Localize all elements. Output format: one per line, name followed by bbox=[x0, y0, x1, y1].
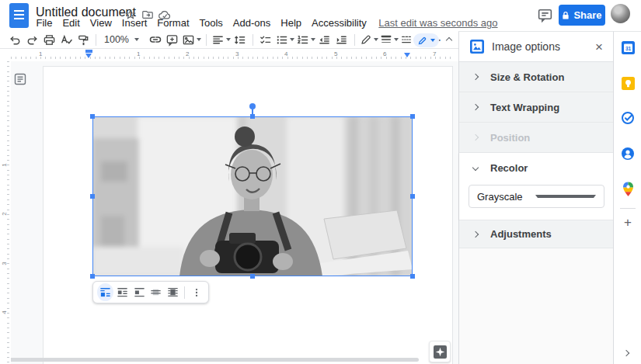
break-text-icon[interactable] bbox=[131, 283, 148, 301]
left-indent-marker[interactable] bbox=[85, 50, 92, 58]
insert-image-icon[interactable] bbox=[182, 32, 201, 47]
editing-mode-button[interactable] bbox=[413, 33, 439, 47]
divider bbox=[96, 34, 96, 46]
more-vert-icon[interactable] bbox=[188, 283, 204, 301]
resize-handle-w[interactable] bbox=[90, 194, 95, 199]
outline-icon[interactable] bbox=[12, 71, 28, 87]
resize-handle-s[interactable] bbox=[250, 274, 255, 279]
ruler-number: 5 bbox=[334, 50, 337, 57]
section-adjustments[interactable]: Adjustments bbox=[459, 220, 613, 248]
menu-view[interactable]: View bbox=[85, 17, 117, 29]
section-recolor-expanded: Recolor Grayscale bbox=[459, 153, 613, 220]
insert-link-icon[interactable] bbox=[148, 32, 163, 47]
calendar-icon[interactable]: 31 bbox=[621, 40, 635, 55]
align-icon[interactable] bbox=[211, 32, 231, 47]
contacts-icon[interactable] bbox=[621, 146, 635, 161]
recolor-dropdown[interactable]: Grayscale bbox=[469, 185, 604, 208]
keep-icon[interactable] bbox=[621, 75, 635, 91]
divider bbox=[184, 286, 185, 299]
add-comment-icon[interactable] bbox=[165, 32, 180, 47]
add-addon-icon[interactable]: + bbox=[620, 215, 636, 231]
chevron-right-icon bbox=[472, 74, 479, 80]
ruler-number: 1 bbox=[137, 50, 140, 57]
inline-icon[interactable] bbox=[97, 283, 113, 301]
chevron-down-icon bbox=[311, 38, 315, 41]
ruler-number: 3 bbox=[1, 262, 8, 265]
resize-handle-sw[interactable] bbox=[90, 274, 95, 279]
section-position: Position bbox=[459, 123, 613, 153]
border-weight-icon[interactable] bbox=[380, 32, 399, 47]
menu-insert[interactable]: Insert bbox=[117, 17, 152, 29]
line-spacing-icon[interactable] bbox=[232, 32, 248, 47]
panel-header: Image options × bbox=[459, 32, 613, 62]
resize-handle-n[interactable] bbox=[250, 114, 255, 119]
chevron-down-icon bbox=[394, 38, 399, 41]
decrease-indent-icon[interactable] bbox=[317, 32, 333, 47]
bulleted-list-icon[interactable] bbox=[275, 32, 294, 47]
zoom-select[interactable]: 100% bbox=[101, 32, 142, 47]
chevron-down-icon bbox=[535, 195, 597, 198]
docs-logo-icon[interactable] bbox=[9, 3, 29, 28]
document-canvas bbox=[0, 61, 458, 364]
last-edit-link[interactable]: Last edit was seconds ago bbox=[378, 17, 497, 29]
chevron-down-icon bbox=[197, 38, 201, 41]
resize-handle-nw[interactable] bbox=[90, 114, 95, 119]
chevron-down-icon bbox=[134, 38, 139, 41]
chevron-up-icon bbox=[446, 37, 452, 43]
section-text-wrapping[interactable]: Text Wrapping bbox=[459, 92, 613, 123]
rotation-handle[interactable] bbox=[249, 103, 256, 109]
divider bbox=[253, 34, 253, 46]
menu-addons[interactable]: Add-ons bbox=[228, 17, 275, 29]
collapse-rail-icon[interactable] bbox=[624, 345, 629, 359]
close-icon[interactable]: × bbox=[595, 40, 603, 54]
menu-edit[interactable]: Edit bbox=[57, 17, 85, 29]
chevron-down-icon bbox=[374, 38, 378, 41]
section-size-rotation[interactable]: Size & Rotation bbox=[459, 62, 613, 92]
avatar[interactable] bbox=[611, 4, 630, 23]
resize-handle-se[interactable] bbox=[410, 274, 415, 279]
ruler-ticks bbox=[11, 57, 454, 59]
spellcheck-icon[interactable] bbox=[58, 32, 74, 47]
first-line-indent-marker[interactable] bbox=[85, 50, 92, 53]
behind-text-icon[interactable] bbox=[148, 283, 165, 301]
right-indent-marker[interactable] bbox=[404, 53, 410, 57]
chevron-right-icon bbox=[472, 104, 479, 110]
ruler-number: 1 bbox=[1, 163, 8, 166]
explore-button[interactable] bbox=[429, 341, 451, 362]
chevron-right-icon bbox=[472, 134, 479, 140]
redo-icon[interactable] bbox=[24, 32, 40, 47]
selected-image[interactable] bbox=[92, 116, 413, 276]
maps-icon[interactable] bbox=[621, 181, 635, 196]
chevron-down-icon bbox=[472, 165, 479, 171]
ruler-number: 4 bbox=[284, 50, 287, 57]
explore-icon bbox=[434, 345, 447, 359]
vertical-ruler[interactable]: 1 2 3 4 bbox=[0, 61, 11, 364]
menu-accessibility[interactable]: Accessibility bbox=[307, 17, 372, 29]
print-icon[interactable] bbox=[41, 32, 57, 47]
undo-icon[interactable] bbox=[7, 32, 23, 47]
horizontal-scrollbar[interactable] bbox=[2, 358, 419, 362]
numbered-list-icon[interactable] bbox=[296, 32, 315, 47]
resize-handle-e[interactable] bbox=[410, 194, 415, 199]
editing-pen-icon bbox=[417, 36, 427, 46]
menu-file[interactable]: File bbox=[31, 17, 57, 29]
ruler-number: 7 bbox=[433, 50, 436, 57]
section-recolor-header[interactable]: Recolor bbox=[459, 153, 613, 182]
open-comments-button[interactable] bbox=[535, 5, 555, 25]
share-button[interactable]: Share bbox=[559, 5, 605, 26]
resize-handle-ne[interactable] bbox=[410, 114, 415, 119]
tasks-icon[interactable] bbox=[621, 110, 635, 126]
divider bbox=[620, 208, 636, 209]
wrap-text-icon[interactable] bbox=[114, 283, 131, 301]
horizontal-ruler[interactable]: 1 1 2 3 4 5 6 7 bbox=[11, 49, 454, 61]
menu-tools[interactable]: Tools bbox=[194, 17, 228, 29]
increase-indent-icon[interactable] bbox=[334, 32, 350, 47]
paint-format-icon[interactable] bbox=[75, 32, 91, 47]
menu-bar: File Edit View Insert Format Tools Add-o… bbox=[31, 16, 498, 29]
menu-format[interactable]: Format bbox=[152, 17, 194, 29]
menu-help[interactable]: Help bbox=[276, 17, 307, 29]
hide-menus-button[interactable] bbox=[443, 34, 455, 47]
border-color-icon[interactable] bbox=[360, 32, 378, 47]
checklist-icon[interactable] bbox=[258, 32, 273, 47]
in-front-of-text-icon[interactable] bbox=[165, 283, 181, 301]
